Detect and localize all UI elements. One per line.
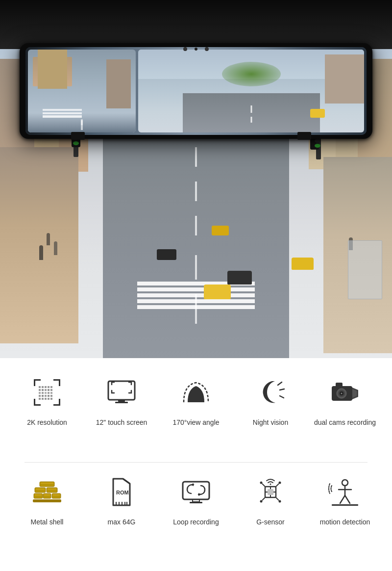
svg-rect-10: [45, 386, 47, 388]
nightvision-label: Night vision: [253, 418, 288, 428]
svg-rect-68: [190, 502, 202, 503]
nightvision-icon: [251, 373, 290, 412]
svg-rect-43: [336, 383, 343, 387]
features-row-1: 2K resolution 12" touch screen: [10, 373, 382, 457]
svg-rect-15: [45, 389, 47, 391]
svg-rect-89: [332, 504, 358, 506]
svg-rect-27: [50, 395, 52, 397]
mount-clip-right: [297, 132, 311, 140]
resolution-icon: [27, 373, 67, 412]
feature-loop: Loop recording: [164, 472, 228, 527]
svg-rect-29: [42, 398, 44, 400]
motion-label: motion detection: [320, 518, 370, 527]
svg-rect-52: [48, 489, 56, 490]
metalshell-label: Metal shell: [31, 518, 64, 527]
feature-gsensor: G-sensor: [239, 472, 302, 527]
feature-storage: ROM max 64G: [90, 472, 153, 527]
svg-rect-8: [39, 386, 41, 388]
storage-icon: ROM: [102, 472, 141, 512]
svg-rect-3: [59, 379, 60, 386]
svg-text:ROM: ROM: [116, 490, 129, 495]
loop-label: Loop recording: [173, 518, 219, 527]
mirror-screen: [25, 47, 367, 135]
svg-line-38: [280, 396, 284, 398]
svg-rect-19: [42, 392, 44, 394]
svg-rect-70: [268, 489, 273, 495]
feature-nightvision: Night vision: [239, 373, 302, 428]
svg-rect-67: [193, 499, 199, 502]
svg-line-37: [280, 389, 284, 390]
mirror-device: [20, 43, 372, 139]
features-row-2: Metal shell ROM: [10, 472, 382, 557]
svg-rect-12: [50, 386, 52, 388]
svg-line-88: [345, 495, 350, 503]
hero-section: [0, 0, 392, 358]
svg-rect-35: [115, 402, 128, 403]
svg-point-83: [270, 483, 271, 485]
svg-line-79: [262, 497, 265, 500]
svg-point-82: [279, 500, 281, 502]
svg-rect-59: [33, 499, 61, 502]
svg-rect-1: [34, 379, 35, 386]
mount-clip-left: [71, 132, 85, 140]
svg-rect-18: [39, 392, 41, 394]
svg-rect-58: [53, 494, 60, 495]
svg-rect-26: [48, 395, 49, 397]
svg-rect-54: [35, 494, 42, 495]
svg-rect-21: [48, 392, 49, 394]
feature-motion: motion detection: [313, 472, 377, 527]
svg-rect-28: [39, 398, 41, 400]
viewangle-label: 170°view angle: [172, 418, 219, 428]
svg-rect-5: [34, 399, 35, 406]
dualcams-label: dual cams recording: [314, 418, 376, 428]
svg-rect-16: [48, 389, 49, 391]
svg-rect-55: [43, 493, 51, 498]
touchscreen-label: 12" touch screen: [96, 418, 147, 428]
touchscreen-icon: [102, 373, 141, 412]
svg-line-77: [276, 484, 279, 487]
svg-point-44: [341, 393, 343, 394]
svg-rect-48: [41, 483, 53, 484]
gsensor-label: G-sensor: [256, 518, 285, 527]
svg-rect-23: [39, 395, 41, 397]
svg-point-76: [260, 481, 263, 484]
svg-rect-31: [48, 398, 49, 400]
feature-dualcams: dual cams recording: [313, 373, 377, 428]
feature-resolution: 2K resolution: [15, 373, 79, 428]
feature-metalshell: Metal shell: [15, 472, 79, 527]
svg-rect-51: [47, 488, 57, 493]
svg-rect-22: [50, 392, 52, 394]
svg-line-36: [278, 382, 282, 385]
feature-touchscreen: 12" touch screen: [90, 373, 153, 428]
mirror-screen-inner: [25, 47, 367, 135]
svg-rect-32: [50, 398, 52, 400]
svg-line-75: [262, 484, 265, 487]
svg-rect-49: [35, 488, 46, 493]
svg-rect-25: [45, 395, 47, 397]
svg-point-84: [342, 480, 348, 486]
svg-rect-20: [45, 392, 47, 394]
svg-rect-13: [39, 389, 41, 391]
resolution-label: 2K resolution: [27, 418, 67, 428]
loop-icon: [176, 472, 216, 512]
svg-point-78: [279, 481, 281, 484]
svg-line-87: [340, 495, 345, 503]
svg-line-81: [276, 497, 279, 500]
svg-rect-17: [50, 389, 52, 391]
svg-point-80: [260, 500, 263, 502]
svg-rect-53: [34, 493, 43, 498]
svg-rect-24: [42, 395, 44, 397]
motion-icon: [325, 472, 365, 512]
dualcams-icon: [325, 373, 365, 412]
svg-rect-7: [59, 399, 60, 406]
feature-viewangle: 170°view angle: [164, 373, 228, 428]
svg-rect-50: [36, 489, 45, 490]
svg-rect-47: [40, 482, 54, 487]
svg-rect-56: [44, 494, 50, 495]
svg-rect-14: [42, 389, 44, 391]
gsensor-icon: [251, 472, 290, 512]
viewangle-icon: [176, 373, 216, 412]
svg-rect-30: [45, 398, 47, 400]
svg-rect-57: [52, 493, 61, 498]
svg-rect-34: [118, 400, 125, 402]
